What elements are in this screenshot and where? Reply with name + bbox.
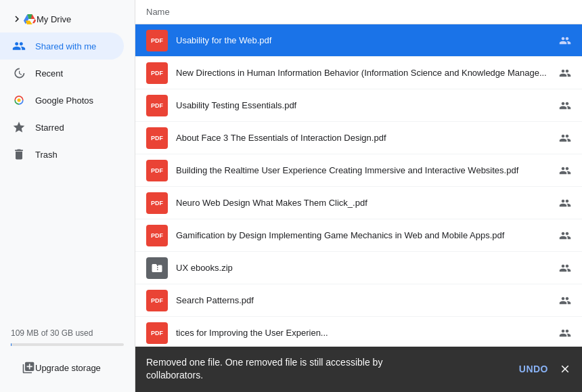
file-name: tices for Improving the User Experien... (176, 328, 554, 338)
file-row[interactable]: UX ebooks.zip (135, 252, 582, 284)
snackbar-message: Removed one file. One removed file is st… (146, 356, 519, 383)
storage-bar-bg (11, 343, 124, 346)
shared-badge-icon (559, 295, 571, 307)
upgrade-icon (22, 361, 35, 374)
sidebar-item-photos[interactable]: Google Photos (0, 87, 124, 114)
shared-badge-icon (559, 197, 571, 209)
sidebar-item-starred-label: Starred (35, 123, 64, 133)
file-row[interactable]: PDF Building the Realtime User Experienc… (135, 154, 582, 187)
sidebar-item-starred[interactable]: Starred (0, 114, 124, 141)
file-list: PDF Usability for the Web.pdf PDF New Di… (135, 24, 582, 392)
file-icon: PDF (146, 160, 168, 181)
storage-section: 109 MB of 30 GB used Upgrade storage (0, 318, 135, 392)
drive-icon (23, 12, 37, 26)
pdf-icon: PDF (146, 95, 168, 116)
file-icon: PDF (146, 322, 168, 344)
sidebar-item-recent[interactable]: Recent (0, 60, 124, 87)
file-row[interactable]: PDF Neuro Web Design What Makes Them Cli… (135, 187, 582, 219)
pdf-icon: PDF (146, 62, 168, 84)
file-row[interactable]: PDF Usability for the Web.pdf (135, 24, 582, 57)
file-name: UX ebooks.zip (176, 263, 554, 273)
trash-icon (11, 146, 27, 162)
shared-badge-icon (559, 67, 571, 79)
sidebar: My Drive Shared with me Recent Google Ph… (0, 0, 135, 392)
file-row[interactable]: PDF Gamification by Design Implementing … (135, 219, 582, 252)
file-row[interactable]: PDF New Directions in Human Information … (135, 57, 582, 89)
sidebar-item-shared-label: Shared with me (35, 41, 96, 51)
file-name: Search Patterns.pdf (176, 295, 554, 305)
shared-badge-icon (559, 327, 571, 339)
shared-badge-icon (559, 35, 571, 47)
storage-text: 109 MB of 30 GB used (11, 328, 124, 338)
name-column-header: Name (146, 7, 170, 17)
shared-badge-icon (559, 165, 571, 177)
file-list-header: Name (135, 0, 582, 24)
file-name: Usability for the Web.pdf (176, 35, 554, 45)
recent-icon (11, 65, 27, 81)
snackbar: Removed one file. One removed file is st… (135, 347, 582, 392)
file-icon: PDF (146, 127, 168, 149)
file-row[interactable]: PDF Search Patterns.pdf (135, 284, 582, 317)
sidebar-item-photos-label: Google Photos (35, 95, 93, 106)
file-name: Usability Testing Essentials.pdf (176, 100, 554, 110)
main-content: Name PDF Usability for the Web.pdf PDF N… (135, 0, 582, 392)
shared-icon (11, 38, 27, 54)
file-row[interactable]: PDF Usability Testing Essentials.pdf (135, 89, 582, 122)
shared-badge-icon (559, 132, 571, 144)
pdf-icon: PDF (146, 30, 168, 51)
star-icon (11, 119, 27, 135)
file-name: Gamification by Design Implementing Game… (176, 230, 554, 240)
file-icon: PDF (146, 192, 168, 214)
file-icon: PDF (146, 225, 168, 246)
file-name: About Face 3 The Essentials of Interacti… (176, 133, 554, 143)
sidebar-item-trash[interactable]: Trash (0, 141, 124, 168)
sidebar-item-trash-label: Trash (35, 150, 58, 160)
shared-badge-icon (559, 230, 571, 242)
shared-badge-icon (559, 100, 571, 112)
sidebar-item-shared[interactable]: Shared with me (0, 32, 124, 60)
chevron-right-icon (11, 13, 23, 25)
pdf-icon: PDF (146, 290, 168, 311)
storage-bar-fill (11, 343, 12, 346)
pdf-icon: PDF (146, 127, 168, 149)
sidebar-item-recent-label: Recent (35, 68, 63, 79)
upgrade-label: Upgrade storage (35, 363, 101, 373)
file-row[interactable]: PDF About Face 3 The Essentials of Inter… (135, 122, 582, 154)
snackbar-close-button[interactable] (559, 363, 571, 375)
file-icon: PDF (146, 62, 168, 84)
file-icon: PDF (146, 95, 168, 116)
pdf-icon: PDF (146, 160, 168, 181)
file-icon: PDF (146, 290, 168, 311)
sidebar-item-mydrive-label: My Drive (37, 14, 71, 24)
file-icon (146, 257, 168, 279)
pdf-icon: PDF (146, 225, 168, 246)
upgrade-storage-button[interactable]: Upgrade storage (11, 354, 113, 381)
shared-badge-icon (559, 262, 571, 274)
photos-icon (11, 92, 27, 108)
pdf-icon: PDF (146, 322, 168, 344)
svg-point-0 (18, 99, 21, 102)
file-icon: PDF (146, 30, 168, 51)
pdf-icon: PDF (146, 192, 168, 214)
zip-icon (146, 257, 168, 279)
file-name: New Directions in Human Information Beha… (176, 68, 554, 78)
snackbar-undo-button[interactable]: UNDO (519, 364, 548, 374)
file-name: Neuro Web Design What Makes Them Click_.… (176, 198, 554, 208)
file-name: Building the Realtime User Experience Cr… (176, 165, 554, 175)
file-row[interactable]: PDF tices for Improving the User Experie… (135, 317, 582, 349)
sidebar-item-mydrive[interactable]: My Drive (0, 5, 124, 32)
